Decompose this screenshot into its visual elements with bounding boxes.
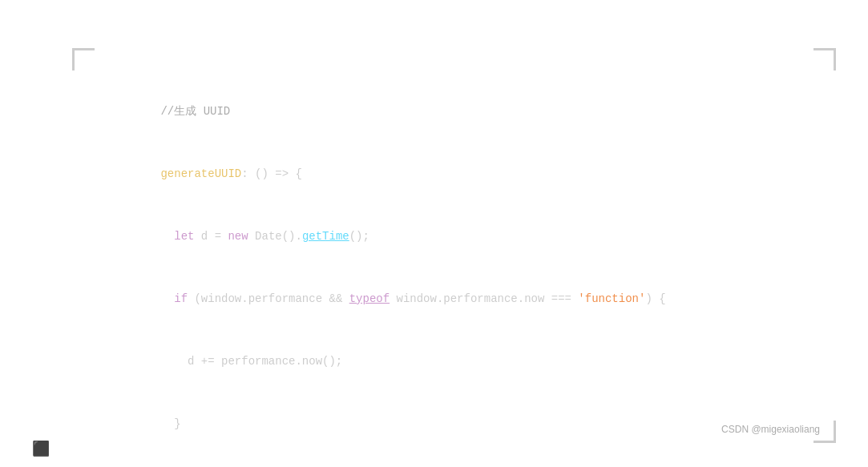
code-line-4: d += performance.now();: [120, 330, 666, 393]
code-line-5: }: [120, 393, 666, 455]
code-token-generateuuid: generateUUID: [160, 167, 241, 180]
code-line-3: if (window.performance && typeof window.…: [120, 268, 666, 330]
code-line-1: generateUUID: () => {: [120, 143, 666, 205]
code-token-gettime: getTime: [302, 230, 349, 243]
code-token-typeof: typeof: [349, 292, 390, 305]
code-block: //生成 UUID generateUUID: () => { let d = …: [120, 80, 666, 467]
code-token-colon: : () => {: [241, 167, 302, 180]
corner-decoration-tl: [72, 48, 95, 70]
page-container: //生成 UUID generateUUID: () => { let d = …: [0, 0, 868, 467]
code-line-6: let uuid = 'xxxxxxxx-xxxx-4xxx-yxxx-xxxx…: [120, 455, 666, 467]
corner-decoration-tr: [813, 48, 836, 70]
code-comment-line: //生成 UUID: [120, 80, 666, 143]
comment-text: //生成 UUID: [160, 105, 230, 118]
watermark: CSDN @migexiaoliang: [721, 424, 820, 435]
bottom-icon: ⬛: [32, 440, 50, 457]
code-line-2: let d = new Date().getTime();: [120, 205, 666, 268]
